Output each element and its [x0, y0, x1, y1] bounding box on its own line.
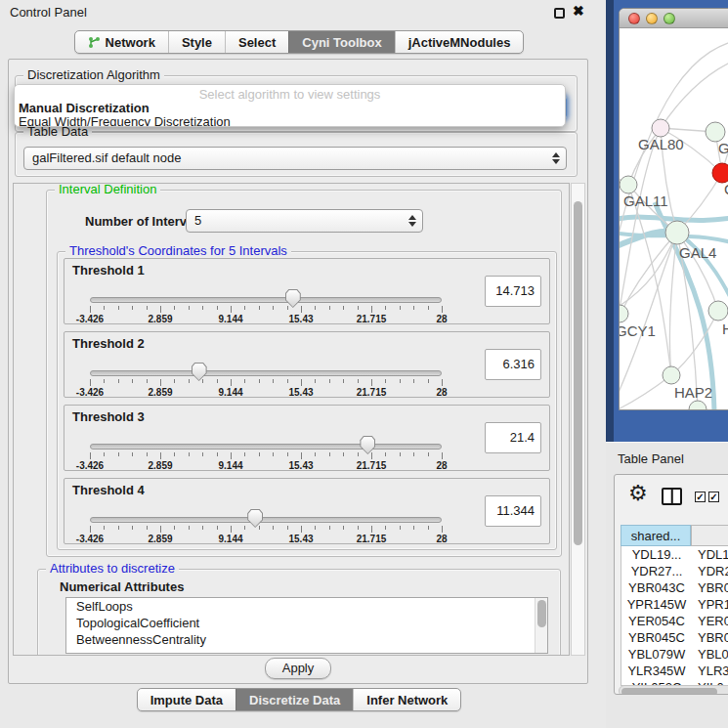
table-column-header[interactable]: shared... [621, 525, 691, 546]
slider-tick [174, 452, 175, 456]
network-edge[interactable] [621, 233, 677, 314]
attribute-list-item[interactable]: TopologicalCoefficient [66, 615, 547, 631]
close-icon[interactable]: ✖ [573, 3, 584, 19]
settings-scroll-viewport: Interval Definition Number of Intervals … [13, 183, 570, 656]
apply-button[interactable]: Apply [265, 658, 331, 679]
thresholds-group: Threshold's Coordinates for 5 Intervals … [57, 251, 557, 550]
network-node-gal4[interactable] [665, 221, 689, 244]
table-panel-body: ⚙ ✓ ✓ shared...name YDL19...YDL1YDR27...… [614, 474, 728, 695]
numerical-attributes-list[interactable]: SelfLoopsTopologicalCoefficientBetweenne… [65, 597, 548, 654]
network-node[interactable] [689, 401, 707, 410]
close-traffic-light[interactable] [628, 13, 640, 24]
slider-track[interactable] [90, 444, 442, 450]
slider-tick-label: 2.859 [148, 534, 172, 544]
main-vertical-scrollbar[interactable] [571, 183, 585, 656]
slider-tick [442, 306, 443, 313]
slider-track[interactable] [90, 297, 442, 303]
network-edge[interactable] [620, 375, 671, 410]
zoom-traffic-light[interactable] [664, 13, 675, 24]
network-node-gal80[interactable] [652, 119, 669, 137]
table-row[interactable]: YDR27...YDR2 [621, 563, 728, 579]
table-row[interactable]: YBR045CYBR0 [621, 629, 728, 646]
minimize-traffic-light[interactable] [646, 13, 658, 24]
tab-cyni-toolbox[interactable]: Cyni Toolbox [288, 31, 394, 53]
slider-tick-label: 28 [436, 534, 447, 544]
threshold-value-field[interactable]: 14.713 [485, 276, 541, 307]
bottom-tab-infer-network[interactable]: Infer Network [353, 689, 460, 710]
slider-tick-label: -3.426 [76, 314, 104, 324]
table-row[interactable]: YDL19...YDL1 [621, 546, 728, 563]
threshold-slider[interactable]: -3.4262.8599.14415.4321.71528 [90, 508, 442, 545]
tab-style[interactable]: Style [168, 31, 225, 53]
slider-tick [287, 526, 288, 530]
checkbox-checked-icon[interactable]: ✓ [708, 492, 719, 502]
slider-tick [315, 306, 316, 310]
number-of-intervals-combobox[interactable]: 5 [186, 209, 423, 233]
slider-tick [343, 379, 344, 383]
slider-tick [442, 379, 443, 386]
tab-jactivemnodules[interactable]: jActiveMNodules [395, 31, 524, 53]
threshold-slider[interactable]: -3.4262.8599.14415.4321.71528 [90, 435, 442, 472]
tab-label: Style [182, 35, 212, 50]
slider-thumb[interactable] [192, 363, 207, 381]
table-column-header[interactable]: name [691, 525, 728, 546]
slider-tick [160, 452, 161, 459]
table-data-combobox[interactable]: galFiltered.sif default node [23, 147, 567, 170]
network-node-hap2[interactable] [663, 366, 680, 384]
right-pane: GAL80G.CGAL11GAL4GCY1HHAP2 Table Panel ⚙… [606, 0, 728, 728]
table-cell: YDL1 [692, 546, 728, 563]
threshold-value-field[interactable]: 21.4 [485, 422, 541, 453]
tab-network[interactable]: Network [75, 31, 168, 53]
table-row[interactable]: YPR145WYPR1 [621, 596, 728, 613]
table-row[interactable]: YBR043CYBR0 [621, 579, 728, 596]
slider-track[interactable] [90, 517, 442, 523]
attributes-title: Attributes to discretize [46, 562, 179, 576]
threshold-value-field[interactable]: 11.344 [485, 495, 541, 527]
slider-tick [244, 452, 245, 456]
slider-tick [329, 452, 330, 456]
slider-tick [287, 379, 288, 383]
float-window-icon[interactable] [554, 8, 565, 19]
attribute-list-item[interactable]: BetweennessCentrality [66, 631, 547, 648]
table-cell: YDR2 [692, 563, 728, 579]
split-columns-icon[interactable] [662, 488, 682, 505]
slider-thumb[interactable] [360, 436, 375, 454]
checkbox-checked-icon[interactable]: ✓ [695, 492, 706, 502]
network-node-gcy1[interactable] [620, 305, 628, 322]
network-edge[interactable] [661, 56, 728, 128]
table-row[interactable]: YBL079WYBL0 [621, 646, 728, 663]
slider-tick [428, 379, 429, 383]
threshold-slider[interactable]: -3.4262.8599.14415.4321.71528 [90, 362, 442, 399]
slider-thumb[interactable] [247, 509, 263, 528]
interval-definition-group: Interval Definition Number of Intervals … [46, 190, 562, 557]
algorithm-option[interactable]: Equal Width/Frequency Discretization [15, 115, 565, 127]
network-canvas[interactable]: GAL80G.CGAL11GAL4GCY1HHAP2 [620, 28, 728, 410]
bottom-tab-impute-data[interactable]: Impute Data [138, 689, 236, 710]
network-node-label: GAL11 [623, 193, 668, 209]
table-horizontal-scrollbar[interactable] [619, 685, 728, 695]
network-node-g[interactable] [706, 122, 725, 142]
threshold-value-field[interactable]: 6.316 [485, 349, 541, 380]
attribute-list-item[interactable]: SelfLoops [66, 598, 547, 615]
slider-tick-label: 2.859 [148, 460, 172, 471]
table-row[interactable]: YER054CYER0 [621, 613, 728, 629]
slider-tick [189, 452, 190, 456]
bottom-tab-discretize-data[interactable]: Discretize Data [236, 689, 353, 710]
tab-label: Network [106, 35, 155, 50]
slider-tick [259, 526, 260, 530]
table-row[interactable]: YLR345WYLR3 [621, 663, 728, 679]
slider-tick-label: 9.144 [218, 534, 242, 544]
tab-label: Select [238, 35, 276, 50]
list-scrollbar[interactable] [535, 598, 547, 653]
tab-select[interactable]: Select [225, 31, 288, 53]
slider-track[interactable] [90, 370, 442, 376]
network-node-gal11[interactable] [620, 176, 637, 193]
slider-tick [385, 379, 386, 383]
slider-tick [400, 379, 401, 383]
network-node-h[interactable] [708, 301, 728, 321]
network-node-c[interactable] [712, 163, 728, 183]
algorithm-option[interactable]: Manual Discretization [15, 102, 565, 115]
network-window-titlebar[interactable] [620, 9, 728, 28]
threshold-slider[interactable]: -3.4262.8599.14415.4321.71528 [90, 288, 442, 325]
gear-icon[interactable]: ⚙ [628, 483, 648, 504]
